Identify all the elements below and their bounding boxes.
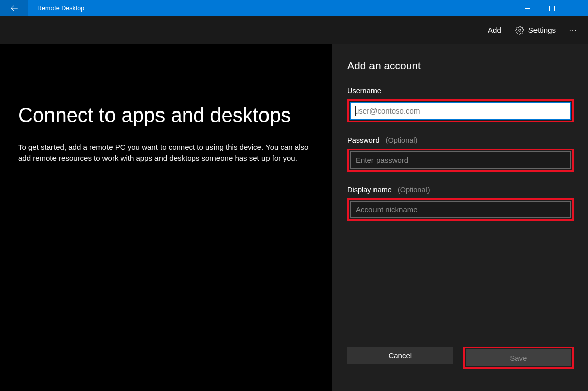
- minimize-icon: [525, 6, 530, 11]
- close-icon: [573, 6, 579, 11]
- display-name-label-row: Display name (Optional): [347, 186, 574, 194]
- plus-icon: [475, 26, 484, 34]
- svg-point-8: [570, 30, 571, 31]
- display-name-label: Display name: [347, 186, 392, 194]
- svg-rect-2: [549, 6, 554, 11]
- panel-title: Add an account: [347, 60, 574, 72]
- username-label: Username: [347, 87, 574, 95]
- back-button[interactable]: [0, 0, 28, 16]
- display-name-optional: (Optional): [398, 186, 430, 194]
- svg-point-10: [575, 30, 576, 31]
- display-name-field-group: Display name (Optional): [347, 186, 574, 221]
- ellipsis-icon: [568, 26, 577, 35]
- gear-icon: [515, 26, 524, 35]
- username-field-group: Username: [347, 87, 574, 122]
- password-label: Password: [347, 136, 380, 144]
- display-name-input[interactable]: [350, 201, 571, 218]
- username-input[interactable]: [350, 102, 571, 120]
- main-pane: Connect to apps and desktops To get star…: [0, 44, 332, 391]
- app-title: Remote Desktop: [37, 5, 84, 12]
- settings-button[interactable]: Settings: [508, 23, 563, 38]
- close-button[interactable]: [564, 0, 588, 16]
- save-highlight: Save: [463, 347, 574, 369]
- command-bar: Add Settings: [0, 16, 588, 44]
- minimize-button[interactable]: [515, 0, 540, 16]
- window-controls: [515, 0, 588, 16]
- add-button[interactable]: Add: [468, 23, 508, 37]
- button-row: Cancel Save: [347, 347, 574, 369]
- svg-point-9: [572, 30, 573, 31]
- page-title: Connect to apps and desktops: [18, 104, 314, 127]
- maximize-icon: [549, 6, 555, 11]
- workspace: Connect to apps and desktops To get star…: [0, 44, 588, 391]
- svg-point-7: [519, 29, 521, 31]
- password-label-row: Password (Optional): [347, 136, 574, 144]
- password-input[interactable]: [350, 151, 571, 169]
- back-arrow-icon: [10, 4, 19, 13]
- cancel-button[interactable]: Cancel: [347, 347, 453, 364]
- settings-label: Settings: [528, 26, 556, 34]
- add-label: Add: [488, 26, 501, 34]
- display-name-highlight: [347, 198, 574, 221]
- add-account-panel: Add an account Username Password (Option…: [332, 44, 588, 391]
- title-bar: Remote Desktop: [0, 0, 588, 16]
- username-highlight: [347, 99, 574, 122]
- maximize-button[interactable]: [540, 0, 564, 16]
- save-button[interactable]: Save: [466, 349, 572, 366]
- password-highlight: [347, 149, 574, 172]
- password-field-group: Password (Optional): [347, 136, 574, 172]
- password-optional: (Optional): [386, 136, 418, 144]
- text-cursor: [355, 106, 356, 116]
- more-button[interactable]: [563, 26, 583, 35]
- page-description: To get started, add a remote PC you want…: [18, 142, 314, 164]
